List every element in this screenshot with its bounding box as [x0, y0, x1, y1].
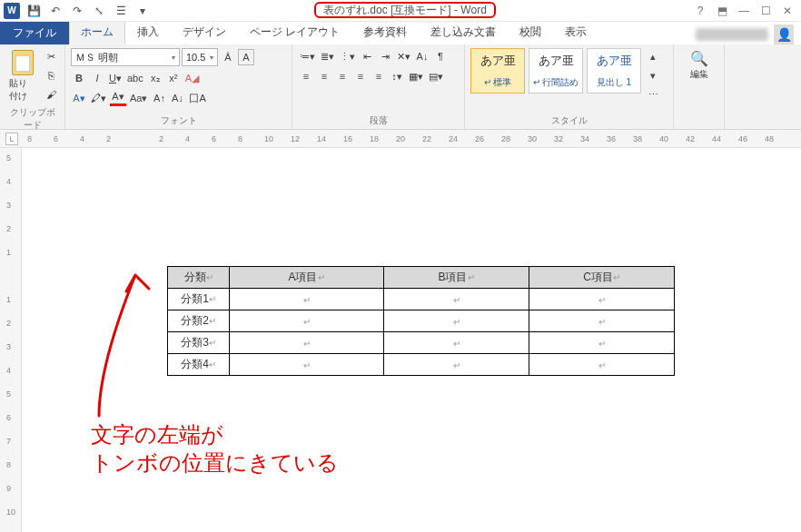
bold-button[interactable]: B [71, 70, 87, 86]
tab-review[interactable]: 校閲 [508, 20, 553, 44]
char-shading-icon[interactable]: Aa▾ [128, 90, 149, 106]
styles-down-icon[interactable]: ▾ [645, 67, 661, 84]
tab-references[interactable]: 参考資料 [351, 20, 419, 44]
tab-layout[interactable]: ページ レイアウト [238, 20, 351, 44]
paste-button[interactable]: 貼り付け [5, 48, 39, 104]
tab-mailings[interactable]: 差し込み文書 [419, 20, 508, 44]
font-size-combo[interactable]: 10.5▾ [182, 48, 218, 66]
group-clipboard: 貼り付け ✂ ⎘ 🖌 クリップボード [0, 44, 65, 129]
increase-indent-icon[interactable]: ⇥ [377, 48, 393, 64]
user-area: 👤 [696, 25, 801, 44]
style-no-spacing[interactable]: あア亜 ↵ 行間詰め [529, 48, 583, 94]
sort-icon[interactable]: A↓ [414, 48, 430, 64]
styles-more-icon[interactable]: ⋯ [645, 86, 661, 103]
shrink-font-icon[interactable]: A [238, 49, 254, 65]
asian-layout-icon[interactable]: ✕▾ [395, 48, 412, 64]
phonetic-guide-icon[interactable]: A↓ [169, 90, 185, 106]
table-row: 分類4↵↵↵↵ [168, 354, 675, 376]
ruler-vertical[interactable]: 5432112345678910 [0, 148, 22, 532]
char-border-icon[interactable]: 囗A [187, 90, 207, 106]
table-header-row: 分類↵ A項目↵ B項目↵ C項目↵ [168, 267, 675, 289]
align-left-icon[interactable]: ≡ [298, 68, 314, 84]
window-controls: ? ⬒ — ☐ ✕ [690, 3, 801, 19]
bullets-icon[interactable]: ≔▾ [298, 48, 317, 64]
tab-home[interactable]: ホーム [69, 20, 125, 44]
strike-button[interactable]: abc [125, 70, 145, 86]
maximize-icon[interactable]: ☐ [756, 3, 776, 19]
pointer-icon[interactable]: ⤡ [91, 3, 107, 19]
help-icon[interactable]: ? [690, 3, 710, 19]
redo-icon[interactable]: ↷ [69, 3, 85, 19]
group-paragraph: ≔▾ ≣▾ ⋮▾ ⇤ ⇥ ✕▾ A↓ ¶ ≡ ≡ ≡ ≡ ≡ ↕▾ ▦▾ ▤▾ … [292, 44, 465, 129]
justify-icon[interactable]: ≡ [352, 68, 369, 84]
tab-design[interactable]: デザイン [171, 20, 238, 44]
save-icon[interactable]: 💾 [25, 3, 42, 19]
table-row: 分類1↵↵↵↵ [168, 289, 675, 310]
align-right-icon[interactable]: ≡ [334, 68, 351, 84]
numbering-icon[interactable]: ≣▾ [319, 48, 336, 64]
table-row: 分類3↵↵↵↵ [168, 332, 675, 354]
find-button[interactable]: 🔍 編集 [685, 48, 714, 83]
tab-file[interactable]: ファイル [0, 22, 69, 44]
ribbon: 貼り付け ✂ ⎘ 🖌 クリップボード ＭＳ 明朝▾ 10.5▾ Â A B I… [0, 44, 801, 130]
paragraph-label: 段落 [298, 113, 459, 127]
font-name-combo[interactable]: ＭＳ 明朝▾ [71, 48, 180, 66]
paste-icon [10, 50, 35, 75]
decrease-indent-icon[interactable]: ⇤ [359, 48, 375, 64]
show-marks-icon[interactable]: ¶ [432, 48, 449, 64]
borders-icon[interactable]: ▤▾ [427, 68, 445, 84]
tab-selector[interactable]: L [5, 133, 18, 145]
align-center-icon[interactable]: ≡ [316, 68, 332, 84]
page-scroll[interactable]: 分類↵ A項目↵ B項目↵ C項目↵ 分類1↵↵↵↵ 分類2↵↵↵↵ 分類3↵↵… [22, 148, 801, 532]
shading-icon[interactable]: ▦▾ [407, 68, 425, 84]
styles-label: スタイル [470, 113, 668, 127]
document-table[interactable]: 分類↵ A項目↵ B項目↵ C項目↵ 分類1↵↵↵↵ 分類2↵↵↵↵ 分類3↵↵… [167, 266, 675, 376]
multilevel-icon[interactable]: ⋮▾ [338, 48, 357, 64]
header-b[interactable]: B項目↵ [384, 267, 529, 289]
quick-access-toolbar: W 💾 ↶ ↷ ⤡ ☰ ▾ [0, 3, 151, 19]
user-name [696, 28, 768, 41]
paste-label: 貼り付け [9, 77, 35, 103]
style-normal[interactable]: あア亜 ↵ 標準 [470, 48, 525, 94]
table-row: 分類2↵↵↵↵ [168, 310, 675, 332]
document-area: 5432112345678910 分類↵ A項目↵ B項目↵ C項目↵ 分類1↵… [0, 148, 801, 532]
styles-up-icon[interactable]: ▴ [645, 48, 661, 64]
underline-button[interactable]: U▾ [107, 70, 124, 86]
text-effects-icon[interactable]: A▾ [71, 90, 87, 106]
group-styles: あア亜 ↵ 標準 あア亜 ↵ 行間詰め あア亜 見出し 1 ▴ ▾ ⋯ スタイル [465, 44, 674, 129]
minimize-icon[interactable]: — [734, 3, 754, 19]
tab-view[interactable]: 表示 [553, 20, 598, 44]
font-color-icon[interactable]: A▾ [110, 90, 126, 106]
clear-format-icon[interactable]: A◢ [183, 70, 201, 86]
highlight-icon[interactable]: 🖍▾ [89, 90, 108, 106]
cut-icon[interactable]: ✂ [43, 48, 59, 64]
distribute-icon[interactable]: ≡ [371, 68, 387, 84]
avatar[interactable]: 👤 [774, 25, 794, 44]
close-icon[interactable]: ✕ [777, 3, 797, 19]
copy-icon[interactable]: ⎘ [43, 67, 59, 84]
header-c[interactable]: C項目↵ [529, 267, 675, 289]
header-a[interactable]: A項目↵ [230, 267, 384, 289]
clipboard-label: クリップボード [5, 104, 59, 132]
group-editing: 🔍 編集 [674, 44, 725, 129]
tab-insert[interactable]: 挿入 [125, 20, 171, 44]
style-heading1[interactable]: あア亜 見出し 1 [587, 48, 641, 94]
ribbon-display-icon[interactable]: ⬒ [712, 3, 732, 19]
line-spacing-icon[interactable]: ↕▾ [389, 68, 405, 84]
undo-icon[interactable]: ↶ [47, 3, 64, 19]
qat-more-icon[interactable]: ▾ [134, 3, 151, 19]
find-icon: 🔍 [688, 50, 710, 66]
page[interactable]: 分類↵ A項目↵ B項目↵ C項目↵ 分類1↵↵↵↵ 分類2↵↵↵↵ 分類3↵↵… [22, 148, 776, 532]
header-category[interactable]: 分類↵ [168, 267, 230, 289]
touch-mode-icon[interactable]: ☰ [113, 3, 129, 19]
grow-font-icon[interactable]: Â [220, 49, 236, 65]
annotation-text: 文字の左端が トンボの位置にきている [91, 420, 339, 477]
superscript-button[interactable]: x² [165, 70, 182, 86]
format-painter-icon[interactable]: 🖌 [43, 86, 59, 103]
italic-button[interactable]: I [89, 70, 105, 86]
enclose-char-icon[interactable]: A↑ [151, 90, 167, 106]
ruler-horizontal[interactable]: L 86422468101214161820222426283032343638… [0, 130, 801, 148]
group-font: ＭＳ 明朝▾ 10.5▾ Â A B I U▾ abc x₂ x² A◢ A▾… [65, 44, 292, 129]
subscript-button[interactable]: x₂ [147, 70, 163, 86]
ribbon-tabs: ファイル ホーム 挿入 デザイン ページ レイアウト 参考資料 差し込み文書 校… [0, 22, 801, 44]
